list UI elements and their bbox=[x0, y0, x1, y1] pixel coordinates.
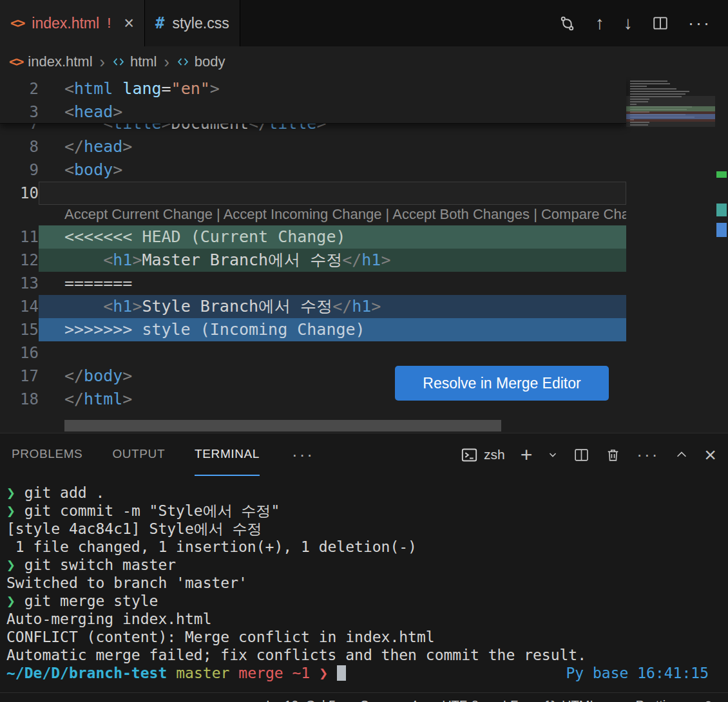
vscode-window: <> index.html ! × # style.css ↑ ↓ ··· <>… bbox=[0, 0, 728, 702]
more-panel-views-icon[interactable]: ··· bbox=[292, 445, 314, 465]
current-line-highlight bbox=[39, 182, 626, 205]
ruler-mark-blue bbox=[716, 223, 727, 237]
breadcrumb-file[interactable]: <> index.html bbox=[9, 53, 93, 70]
brackets-icon: {} bbox=[542, 699, 557, 702]
code-line-13-conflict-separator[interactable]: 13 ======= bbox=[0, 272, 626, 295]
next-change-icon[interactable]: ↓ bbox=[624, 13, 633, 33]
kill-terminal-icon[interactable] bbox=[605, 447, 621, 463]
sticky-line-2[interactable]: 2 <html lang="en"> bbox=[0, 77, 626, 100]
accept-both-changes-link[interactable]: Accept Both Changes bbox=[392, 206, 530, 222]
breadcrumb-separator: › bbox=[164, 53, 169, 71]
code-line-14-incoming-change[interactable]: 14 <h1>Style Branch에서 수정</h1> bbox=[0, 295, 626, 318]
terminal-output[interactable]: ❯ git add . ❯ git commit -m "Style에서 수정"… bbox=[0, 476, 728, 682]
indentation[interactable]: Spaces: 4 bbox=[360, 698, 417, 702]
line-number: 2 bbox=[0, 77, 39, 100]
close-panel-icon[interactable]: × bbox=[704, 444, 716, 465]
minimap-current-change-mark bbox=[626, 106, 715, 111]
panel-more-actions-icon[interactable]: ··· bbox=[637, 445, 659, 465]
accept-current-change-link[interactable]: Accept Current Change bbox=[64, 206, 213, 222]
previous-change-icon[interactable]: ↑ bbox=[595, 13, 604, 33]
cursor-position[interactable]: Ln 10, Col 5 bbox=[266, 698, 336, 702]
line-number: 17 bbox=[0, 365, 39, 388]
tab-style-css[interactable]: # style.css bbox=[145, 0, 240, 46]
code-text: <h1>Master Branch에서 수정</h1> bbox=[39, 249, 626, 272]
tab-output[interactable]: OUTPUT bbox=[112, 433, 165, 476]
resolve-in-merge-editor-button[interactable]: Resolve in Merge Editor bbox=[395, 366, 609, 401]
code-line-8[interactable]: 8 </head> bbox=[0, 135, 626, 158]
editor-actions: ↑ ↓ ··· bbox=[559, 0, 728, 46]
sticky-line-3[interactable]: 3 <head> bbox=[0, 100, 626, 124]
prompt-char: ❯ bbox=[6, 593, 15, 609]
more-actions-icon[interactable]: ··· bbox=[688, 14, 711, 33]
maximize-panel-icon[interactable] bbox=[675, 448, 689, 462]
eol-sequence[interactable]: LF bbox=[503, 698, 518, 702]
prompt-char: ❯ bbox=[6, 556, 15, 573]
encoding[interactable]: UTF-8 bbox=[442, 698, 479, 702]
new-terminal-icon[interactable]: + bbox=[521, 444, 533, 465]
code-editor[interactable]: 7 <title>Document</title> 8 </head> 9 <b… bbox=[0, 77, 728, 433]
terminal-line: Automatic merge failed; fix conflicts an… bbox=[6, 646, 728, 664]
editor-tab-bar: <> index.html ! × # style.css ↑ ↓ ··· bbox=[0, 0, 728, 46]
notifications-bell-icon[interactable] bbox=[702, 699, 715, 702]
language-mode[interactable]: {}HTML bbox=[542, 698, 597, 702]
breadcrumb-separator: › bbox=[100, 53, 105, 71]
tab-problems[interactable]: PROBLEMS bbox=[12, 433, 82, 476]
launch-profile-chevron-icon[interactable] bbox=[548, 450, 558, 460]
prompt-char: ❯ bbox=[6, 502, 15, 519]
prompt-char: ❯ bbox=[6, 484, 15, 501]
symbol-element-icon bbox=[112, 55, 125, 68]
tab-label: index.html bbox=[32, 15, 99, 32]
split-terminal-icon[interactable] bbox=[573, 447, 589, 463]
code-text: <head> bbox=[39, 100, 626, 124]
panel-header: PROBLEMS OUTPUT TERMINAL ··· zsh + ··· × bbox=[0, 433, 728, 476]
terminal-line: 1 file changed, 1 insertion(+), 1 deleti… bbox=[6, 538, 728, 556]
line-number: 18 bbox=[0, 388, 39, 411]
terminal-line: [style 4ac84c1] Style에서 수정 bbox=[6, 520, 728, 538]
panel-actions: zsh + ··· × bbox=[461, 444, 716, 465]
terminal-line: CONFLICT (content): Merge conflict in in… bbox=[6, 628, 728, 646]
breadcrumb-node-html[interactable]: html bbox=[112, 53, 157, 70]
code-line-9[interactable]: 9 <body> bbox=[0, 158, 626, 182]
conflict-badge: ! bbox=[107, 15, 111, 32]
prompt-right-status: Py base 16:41:15 bbox=[566, 664, 709, 682]
terminal-cursor bbox=[337, 665, 346, 681]
overview-ruler[interactable] bbox=[715, 77, 728, 433]
minimap[interactable] bbox=[626, 77, 715, 433]
code-text: </head> bbox=[39, 135, 626, 158]
line-number: 10 bbox=[0, 182, 39, 205]
terminal-line: ❯ git commit -m "Style에서 수정" bbox=[6, 502, 728, 520]
close-tab-icon[interactable]: × bbox=[124, 15, 134, 32]
code-line-12-current-change[interactable]: 12 <h1>Master Branch에서 수정</h1> bbox=[0, 249, 626, 272]
merge-codelens: Accept Current Change | Accept Incoming … bbox=[0, 205, 626, 225]
terminal-line: ❯ git merge style bbox=[6, 592, 728, 610]
symbol-element-icon bbox=[177, 55, 189, 68]
prompt-git-branch: master bbox=[176, 664, 229, 682]
active-terminal-chip[interactable]: zsh bbox=[461, 446, 505, 464]
tab-index-html[interactable]: <> index.html ! × bbox=[0, 0, 145, 46]
prompt-merge-state: merge ~1 bbox=[238, 664, 310, 682]
terminal-line: ❯ git switch master bbox=[6, 556, 728, 574]
line-number: 3 bbox=[0, 100, 39, 124]
terminal-line: Switched to branch 'master' bbox=[6, 574, 728, 592]
code-text: <<<<<<< HEAD (Current Change) bbox=[39, 225, 626, 249]
compare-changes-link[interactable]: Compare Changes bbox=[541, 206, 626, 222]
code-line-10-current[interactable]: 10 bbox=[0, 182, 626, 205]
code-text: <html lang="en"> bbox=[39, 77, 626, 100]
accept-incoming-change-link[interactable]: Accept Incoming Change bbox=[224, 206, 382, 222]
formatter-status[interactable]: Prettier bbox=[622, 698, 677, 702]
code-line-15-conflict-incoming-header[interactable]: 15 >>>>>>> style (Incoming Change) bbox=[0, 318, 626, 341]
ruler-mark-teal bbox=[716, 204, 727, 216]
code-text: <h1>Style Branch에서 수정</h1> bbox=[39, 295, 626, 318]
line-number: 12 bbox=[0, 249, 39, 272]
html-file-icon: <> bbox=[9, 54, 23, 70]
terminal-icon bbox=[461, 446, 478, 464]
code-line-11-conflict-current-header[interactable]: 11 <<<<<<< HEAD (Current Change) bbox=[0, 225, 626, 249]
split-editor-icon[interactable] bbox=[652, 15, 669, 32]
breadcrumb-node-body[interactable]: body bbox=[177, 53, 225, 70]
horizontal-scrollbar[interactable] bbox=[64, 420, 501, 432]
code-text: <body> bbox=[39, 158, 626, 182]
code-line-16[interactable]: 16 bbox=[0, 341, 626, 365]
tab-terminal[interactable]: TERMINAL bbox=[195, 433, 260, 476]
open-changes-icon[interactable] bbox=[559, 15, 576, 32]
line-number: 16 bbox=[0, 341, 39, 365]
